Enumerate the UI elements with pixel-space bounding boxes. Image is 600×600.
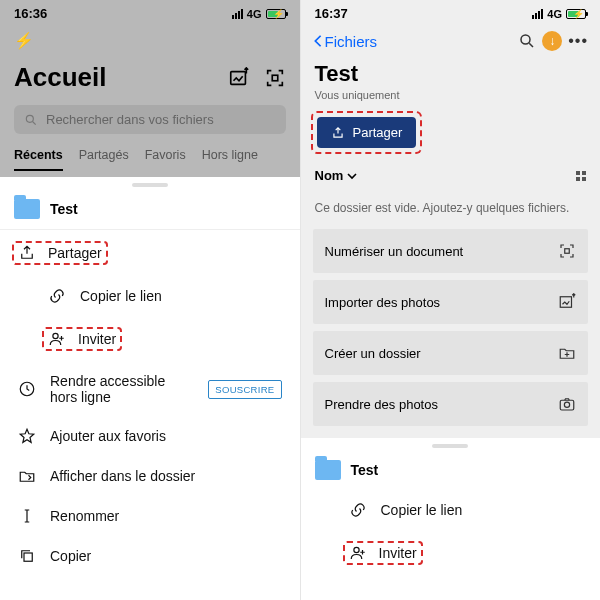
svg-point-10 xyxy=(564,402,569,407)
chevron-left-icon xyxy=(313,34,323,48)
status-time: 16:37 xyxy=(315,6,348,21)
folder-icon xyxy=(315,460,341,480)
sheet-handle[interactable] xyxy=(432,444,468,448)
link-icon xyxy=(349,501,367,519)
menu-reveal[interactable]: Afficher dans le dossier xyxy=(0,456,300,496)
svg-rect-7 xyxy=(565,249,570,254)
copy-icon xyxy=(18,547,36,565)
battery-icon: ⚡ xyxy=(266,9,286,19)
folder-subtitle: Vous uniquement xyxy=(301,87,601,109)
tab-recents[interactable]: Récents xyxy=(14,148,63,171)
tab-offline[interactable]: Hors ligne xyxy=(202,148,258,171)
signal-icon xyxy=(532,9,543,19)
svg-rect-5 xyxy=(24,553,32,561)
link-icon xyxy=(48,287,66,305)
status-time: 16:36 xyxy=(14,6,47,21)
menu-invite[interactable]: Inviter xyxy=(0,316,300,362)
page-title: Accueil xyxy=(14,62,107,93)
battery-icon: ⚡ xyxy=(566,9,586,19)
signal-icon xyxy=(232,9,243,19)
sheet-folder-name: Test xyxy=(351,462,379,478)
search-icon xyxy=(24,113,38,127)
tabs: Récents Partagés Favoris Hors ligne xyxy=(0,144,300,171)
upload-image-icon[interactable] xyxy=(228,67,250,89)
scan-icon xyxy=(558,242,576,260)
image-upload-icon xyxy=(558,293,576,311)
menu-offline[interactable]: Rendre accessible hors ligne SOUSCRIRE xyxy=(0,362,300,416)
menu-rename[interactable]: Renommer xyxy=(0,496,300,536)
folder-title: Test xyxy=(301,59,601,87)
status-right: 4G ⚡ xyxy=(232,8,286,20)
status-right: 4G ⚡ xyxy=(532,8,586,20)
card-newfolder[interactable]: Créer un dossier xyxy=(313,331,589,375)
folder-name: Test xyxy=(50,201,78,217)
grid-view-icon[interactable] xyxy=(576,171,586,181)
card-scan[interactable]: Numériser un document xyxy=(313,229,589,273)
share-icon xyxy=(331,126,345,140)
svg-point-2 xyxy=(26,115,33,122)
offline-icon xyxy=(18,380,36,398)
invite-icon xyxy=(349,544,367,562)
subscribe-button[interactable]: SOUSCRIRE xyxy=(208,380,281,399)
tab-shared[interactable]: Partagés xyxy=(79,148,129,171)
star-icon xyxy=(18,427,36,445)
sheet-invite[interactable]: Inviter xyxy=(301,530,601,576)
tab-favorites[interactable]: Favoris xyxy=(145,148,186,171)
search-input[interactable]: Rechercher dans vos fichiers xyxy=(14,105,286,134)
camera-icon xyxy=(558,395,576,413)
bolt-icon: ⚡ xyxy=(0,23,300,52)
folder-open-icon xyxy=(18,467,36,485)
scan-icon[interactable] xyxy=(264,67,286,89)
sheet-copy-link[interactable]: Copier le lien xyxy=(301,490,601,530)
svg-rect-1 xyxy=(272,75,278,81)
more-icon[interactable]: ••• xyxy=(568,32,588,50)
card-import[interactable]: Importer des photos xyxy=(313,280,589,324)
empty-message: Ce dossier est vide. Ajoutez-y quelques … xyxy=(301,191,601,229)
svg-point-6 xyxy=(521,35,530,44)
menu-copy-link[interactable]: Copier le lien xyxy=(0,276,300,316)
folder-plus-icon xyxy=(558,344,576,362)
upload-badge-icon[interactable]: ↓ xyxy=(542,31,562,51)
menu-favorite[interactable]: Ajouter aux favoris xyxy=(0,416,300,456)
menu-share[interactable]: Partager xyxy=(0,230,300,276)
menu-copy[interactable]: Copier xyxy=(0,536,300,576)
svg-point-11 xyxy=(353,547,358,552)
back-button[interactable]: Fichiers xyxy=(313,33,378,50)
card-camera[interactable]: Prendre des photos xyxy=(313,382,589,426)
cursor-icon xyxy=(18,507,36,525)
svg-rect-0 xyxy=(230,71,245,84)
invite-icon xyxy=(48,330,66,348)
folder-icon xyxy=(14,199,40,219)
svg-rect-8 xyxy=(560,297,571,308)
sheet-handle[interactable] xyxy=(132,183,168,187)
chevron-down-icon xyxy=(347,171,357,181)
svg-point-3 xyxy=(53,333,58,338)
search-icon[interactable] xyxy=(518,32,536,50)
share-icon xyxy=(18,244,36,262)
share-button[interactable]: Partager xyxy=(317,117,417,148)
sort-button[interactable]: Nom xyxy=(315,168,358,183)
